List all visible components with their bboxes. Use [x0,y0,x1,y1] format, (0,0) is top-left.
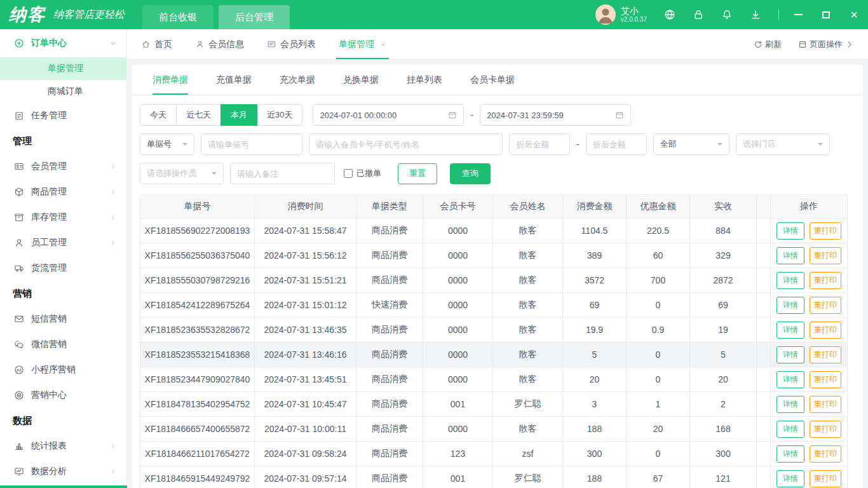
detail-button[interactable]: 详情 [776,396,804,413]
reprint-button[interactable]: 重打印 [810,346,841,363]
tab-member-card-receipts[interactable]: 会员卡单据 [470,65,515,95]
app-slogan: 纳客管店更轻松 [53,8,125,22]
table-row: XF18185569022720081932024-07-31 15:58:47… [140,219,848,243]
chevron-down-icon [109,40,116,47]
table-cell: 罗仁聪 [493,466,563,488]
sidebar-scrollbar[interactable] [0,485,127,488]
lock-icon[interactable] [693,9,704,20]
reprint-button[interactable]: 重打印 [810,272,841,289]
download-icon[interactable] [750,9,761,20]
detail-button[interactable]: 详情 [776,322,804,339]
order-center-icon [14,38,24,48]
detail-button[interactable]: 详情 [776,222,804,240]
remark-input[interactable] [230,163,335,184]
sidebar-item-miniprogram-marketing[interactable]: 小程序营销 [0,357,126,383]
sidebar-item-task-management[interactable]: 任务管理 [0,103,126,128]
quick-range-last-30-days[interactable]: 近30天 [257,104,302,126]
reprint-button[interactable]: 重打印 [810,247,841,264]
table-cell: 0 [627,442,690,466]
sidebar-item-marketing-center[interactable]: 营销中心 [0,383,126,408]
detail-button[interactable]: 详情 [776,421,804,438]
table-cell: 快速消费 [356,293,423,318]
tab-consume-receipts[interactable]: 消费单据 [153,65,188,95]
table-row: XF18185562550363750402024-07-31 15:56:12… [140,243,848,268]
sidebar-item-statistics-report[interactable]: 统计报表 [0,433,126,459]
minimize-button[interactable] [784,0,812,29]
sidebar-item-mall-orders[interactable]: 商城订单 [0,80,126,103]
column-header: 单据类型 [356,195,423,219]
page-operations-button[interactable]: 页面操作 [798,39,854,50]
detail-button[interactable]: 详情 [776,371,804,388]
detail-button[interactable]: 详情 [776,247,804,264]
nav-back-admin[interactable]: 后台管理 [219,5,290,29]
reset-button[interactable]: 重置 [398,163,437,184]
date-from-input[interactable]: 2024-07-01 00:00:00 [313,104,464,126]
detail-button[interactable]: 详情 [776,272,804,289]
table-row: XF18184662110176542722024-07-31 09:58:24… [140,442,848,466]
member-search-input[interactable] [309,133,503,155]
notification-bell-icon[interactable] [721,9,733,20]
quick-range-this-month[interactable]: 本月 [220,104,257,126]
detail-button[interactable]: 详情 [776,297,804,314]
page-tab-member-list[interactable]: 会员列表 [267,29,316,59]
sidebar-item-label: 短信营销 [31,313,67,325]
calendar-icon [448,111,457,119]
amount-max-input[interactable] [586,133,647,155]
sidebar-item-sms-marketing[interactable]: 短信营销 [0,306,126,332]
sidebar-item-logistics-management[interactable]: 货流管理 [0,255,126,281]
date-to-input[interactable]: 2024-07-31 23:59:59 [480,104,631,126]
reprint-button[interactable]: 重打印 [810,371,841,388]
table-cell: 0000 [423,342,493,367]
page-tab-receipt-management[interactable]: 单据管理 [339,29,386,59]
reprint-button[interactable]: 重打印 [810,222,841,240]
table-cell: 罗仁聪 [493,392,563,417]
operator-select[interactable]: 请选择操作员 [140,163,224,184]
reprint-button[interactable]: 重打印 [810,297,841,314]
avatar[interactable] [595,4,616,25]
reprint-button[interactable]: 重打印 [810,396,841,413]
service-globe-icon[interactable] [664,9,675,20]
detail-button[interactable]: 详情 [776,445,804,463]
quick-range-today[interactable]: 今天 [140,104,177,126]
sidebar-item-wechat-marketing[interactable]: 微信营销 [0,332,126,357]
reprint-button[interactable]: 重打印 [810,421,841,438]
amount-min-input[interactable] [509,133,570,155]
nav-front-cashier[interactable]: 前台收银 [142,5,214,29]
refresh-button[interactable]: 刷新 [754,39,782,50]
reprint-button[interactable]: 重打印 [810,322,841,339]
receipt-field-select[interactable]: 单据号 [140,133,194,155]
receipt-no-input[interactable] [201,133,302,155]
reprint-button[interactable]: 重打印 [810,445,841,463]
sidebar-item-member-management[interactable]: 会员管理 [0,154,126,179]
store-select[interactable]: 选择门店 [736,133,830,155]
detail-button[interactable]: 详情 [776,346,804,363]
sidebar-item-receipt-management[interactable]: 单据管理 [0,57,126,80]
tab-exchange-receipts[interactable]: 兑换单据 [343,65,379,95]
search-button[interactable]: 查询 [450,163,491,184]
amount-range-separator: - [576,139,580,149]
page-tab-member-info[interactable]: 会员信息 [195,29,244,59]
status-select-value: 全部 [660,139,677,150]
page-tab-home[interactable]: 首页 [141,29,172,59]
maximize-button[interactable] [812,0,840,29]
tab-pending-orders[interactable]: 挂单列表 [407,65,442,95]
sidebar-item-inventory-management[interactable]: 库存管理 [0,205,126,230]
sidebar-item-staff-management[interactable]: 员工管理 [0,230,126,255]
quick-range-last-7-days[interactable]: 近七天 [176,104,221,126]
cancelled-checkbox-label: 已撤单 [344,168,381,179]
close-button[interactable]: × [840,0,868,29]
tab-close-icon[interactable] [380,41,386,48]
reprint-button[interactable]: 重打印 [810,470,841,487]
cancelled-checkbox[interactable] [344,169,353,178]
detail-button[interactable]: 详情 [776,470,804,487]
spacer-cell [757,417,771,442]
table-cell: 5 [690,342,757,367]
sidebar-item-product-management[interactable]: 商品管理 [0,179,126,205]
tab-times-receipts[interactable]: 充次单据 [280,65,315,95]
status-select[interactable]: 全部 [653,133,729,155]
chevron-right-icon [109,163,116,170]
chevron-right-icon [845,40,854,49]
tab-recharge-receipts[interactable]: 充值单据 [216,65,252,95]
sidebar-item-order-center[interactable]: 订单中心 [0,29,126,57]
sidebar-item-data-analysis[interactable]: 数据分析 [0,459,126,484]
